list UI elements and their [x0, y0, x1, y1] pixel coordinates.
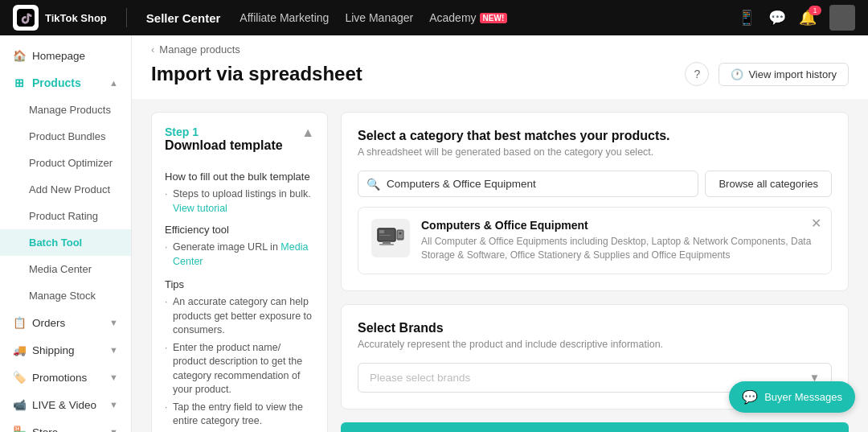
brand-label: TikTok Shop	[45, 12, 107, 24]
sidebar-products-label: Products	[32, 76, 81, 89]
store-icon: 🏪	[13, 426, 26, 432]
sidebar-sub-product-optimizer[interactable]: Product Optimizer	[0, 150, 131, 176]
batch-tool-label: Batch Tool	[29, 237, 82, 249]
svg-rect-8	[379, 235, 391, 236]
nav-links: Affiliate Marketing Live Manager Academy…	[240, 11, 719, 24]
store-label: Store	[32, 426, 58, 433]
breadcrumb-parent[interactable]: Manage products	[159, 43, 240, 56]
shipping-chevron-icon: ▼	[109, 345, 118, 355]
brands-subtitle: Accurately represent the product and inc…	[358, 339, 832, 350]
sidebar-sub-add-new-product[interactable]: Add New Product	[0, 176, 131, 203]
sidebar-item-homepage[interactable]: 🏠 Homepage	[0, 42, 131, 69]
step1-card: Step 1 Download template ▲ How to fill o…	[151, 112, 328, 432]
step1-number: Step 1	[165, 125, 283, 138]
nav-academy-label: Academy	[429, 11, 476, 24]
sidebar-sub-media-center[interactable]: Media Center	[0, 256, 131, 282]
page-title: Import via spreadsheet	[151, 63, 362, 85]
how-to-label: How to fill out the bulk template	[165, 171, 314, 183]
live-label: LIVE & Video	[32, 399, 96, 411]
product-rating-label: Product Rating	[29, 210, 98, 222]
svg-rect-6	[398, 238, 403, 239]
steps-panel: Step 1 Download template ▲ How to fill o…	[151, 112, 328, 432]
efficiency-label: Efficiency tool	[165, 224, 314, 236]
category-result-card: Computers & Office Equipment All Compute…	[358, 207, 832, 274]
tiktok-logo-icon	[13, 5, 39, 31]
products-icon: ⊞	[13, 76, 26, 89]
breadcrumb: ‹ Manage products	[132, 35, 868, 56]
orders-icon: 📋	[13, 316, 26, 329]
category-icon-box	[371, 219, 410, 257]
category-search-wrapper[interactable]: 🔍	[358, 171, 698, 197]
how-to-text: Steps to upload listings in bulk.	[173, 188, 311, 200]
category-section: Select a category that best matches your…	[341, 112, 849, 291]
download-template-button[interactable]: Download template	[341, 422, 849, 432]
category-search-input[interactable]	[387, 171, 690, 196]
svg-rect-7	[379, 230, 384, 233]
nav-academy[interactable]: Academy NEW!	[429, 11, 507, 24]
category-name: Computers & Office Equipment	[421, 219, 818, 232]
tip-1: An accurate category can help products g…	[165, 295, 314, 338]
sidebar-item-promotions[interactable]: 🏷️ Promotions ▼	[0, 364, 131, 391]
seller-center-label: Seller Center	[146, 11, 221, 25]
sidebar-item-live-video[interactable]: 📹 LIVE & Video ▼	[0, 391, 131, 418]
nav-divider	[126, 8, 127, 27]
svg-rect-2	[383, 241, 391, 244]
sidebar-sub-product-rating[interactable]: Product Rating	[0, 203, 131, 229]
message-bubble-icon: 💬	[742, 389, 758, 405]
media-center-label: Media Center	[29, 263, 92, 275]
sidebar-sub-product-bundles[interactable]: Product Bundles	[0, 123, 131, 150]
step1-info: Step 1 Download template	[165, 125, 283, 163]
step1-chevron-icon[interactable]: ▲	[301, 125, 314, 140]
history-icon: 🕐	[731, 68, 743, 80]
tip-3: Tap the entry field to view the entire c…	[165, 401, 314, 429]
sidebar-item-products[interactable]: ⊞ Products ▲	[0, 69, 131, 97]
view-history-label: View import history	[748, 68, 837, 80]
main-layout: 🏠 Homepage ⊞ Products ▲ Manage Products …	[0, 35, 868, 432]
nav-right: 📱 💬 🔔 1	[738, 5, 855, 31]
tips-label: Tips	[165, 278, 314, 290]
view-tutorial-link[interactable]: View tutorial	[173, 203, 227, 214]
category-subtitle: A shreadsheet will be generated based on…	[358, 146, 832, 158]
view-import-history-button[interactable]: 🕐 View import history	[719, 63, 849, 86]
notification-icon[interactable]: 🔔 1	[799, 9, 817, 27]
category-close-icon[interactable]: ✕	[811, 216, 821, 231]
sidebar-item-shipping[interactable]: 🚚 Shipping ▼	[0, 336, 131, 364]
product-optimizer-label: Product Optimizer	[29, 157, 113, 169]
sidebar-sub-manage-products[interactable]: Manage Products	[0, 97, 131, 123]
chat-icon[interactable]: 💬	[768, 9, 786, 27]
promotions-label: Promotions	[32, 372, 87, 384]
nav-affiliate-marketing[interactable]: Affiliate Marketing	[240, 11, 329, 24]
shipping-icon: 🚚	[13, 344, 26, 356]
orders-chevron-icon: ▼	[109, 318, 118, 327]
nav-live-manager[interactable]: Live Manager	[345, 11, 413, 24]
logo-area[interactable]: TikTok Shop	[13, 5, 107, 31]
step1-header: Step 1 Download template ▲	[165, 125, 314, 163]
sidebar-sub-batch-tool[interactable]: Batch Tool	[0, 229, 131, 256]
svg-point-5	[399, 232, 402, 235]
promotions-icon: 🏷️	[13, 371, 26, 384]
sidebar-item-orders[interactable]: 📋 Orders ▼	[0, 309, 131, 336]
step1-title: Download template	[165, 138, 283, 153]
add-new-product-label: Add New Product	[29, 183, 110, 195]
buyer-messages-button[interactable]: 💬 Buyer Messages	[729, 381, 855, 413]
home-icon: 🏠	[13, 49, 26, 62]
sidebar-item-store[interactable]: 🏪 Store ▼	[0, 418, 131, 432]
notification-badge: 1	[809, 6, 821, 15]
search-icon: 🔍	[366, 178, 380, 191]
browse-all-categories-button[interactable]: Browse all categories	[705, 171, 832, 197]
page-header: Import via spreadsheet ? 🕐 View import h…	[132, 56, 868, 99]
promotions-chevron-icon: ▼	[109, 372, 118, 382]
user-avatar[interactable]	[829, 5, 855, 31]
sidebar-sub-manage-stock[interactable]: Manage Stock	[0, 282, 131, 309]
store-chevron-icon: ▼	[109, 427, 118, 432]
efficiency-item: Generate image URL in Media Center	[165, 241, 314, 269]
orders-label: Orders	[32, 317, 65, 329]
content-area: ‹ Manage products Import via spreadsheet…	[132, 35, 868, 432]
manage-products-label: Manage Products	[29, 104, 111, 116]
mobile-icon[interactable]: 📱	[738, 9, 755, 27]
products-chevron-icon: ▲	[109, 78, 118, 88]
how-to-item: Steps to upload listings in bulk. View t…	[165, 187, 314, 216]
help-button[interactable]: ?	[685, 62, 709, 86]
svg-rect-3	[379, 244, 394, 245]
product-bundles-label: Product Bundles	[29, 130, 105, 142]
